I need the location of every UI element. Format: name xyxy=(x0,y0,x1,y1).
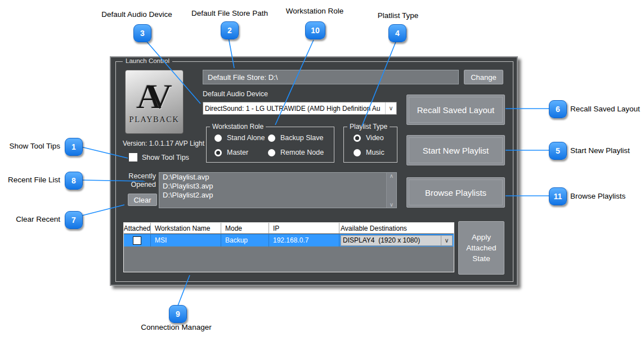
callout-label-clear-recent: Clear Recent xyxy=(0,215,60,223)
clear-button-label: Clear xyxy=(133,196,151,204)
callout-badge-11: 11 xyxy=(549,187,567,205)
radio-label: Video xyxy=(366,134,384,142)
col-header-workstation-name[interactable]: Workstation Name xyxy=(151,223,221,234)
default-file-store-field[interactable]: Default File Store: D:\ xyxy=(203,70,459,84)
vertical-scrollbar[interactable]: ∧ ∨ xyxy=(386,173,396,208)
radio-icon[interactable] xyxy=(354,149,361,156)
radio-icon[interactable] xyxy=(354,134,361,142)
show-tooltips-row: Show Tool Tips xyxy=(129,153,189,161)
callout-label-browse-playlists: Browse Playlists xyxy=(570,192,625,200)
logo-playback-text: PLAYBACK xyxy=(129,115,180,124)
workstation-role-group: Workstation Role Stand Alone Backup Slav… xyxy=(206,127,334,163)
browse-button-label: Browse Playlists xyxy=(425,188,486,198)
scroll-up-icon[interactable]: ∧ xyxy=(390,173,393,179)
radio-icon[interactable] xyxy=(214,134,222,142)
destination-value: DISPLAY4 (1920 x 1080) xyxy=(341,236,441,244)
radio-master[interactable]: Master xyxy=(214,149,248,156)
default-audio-device-label: Default Audio Device xyxy=(203,90,268,98)
callout-label-show-tool-tips: Show Tool Tips xyxy=(0,142,60,150)
av-playback-logo: AV PLAYBACK xyxy=(125,70,184,134)
radio-backup-slave[interactable]: Backup Slave xyxy=(268,134,323,142)
destination-combobox[interactable]: DISPLAY4 (1920 x 1080) ∨ xyxy=(341,235,453,246)
callout-label-platlist-type: Platlist Type xyxy=(378,11,419,20)
callout-label-default-file-store-path: Default File Store Path xyxy=(191,9,268,17)
connection-manager-table: Attached Workstation Name Mode IP Availa… xyxy=(123,222,454,272)
col-header-available-destinations[interactable]: Available Destinations xyxy=(339,223,454,234)
version-label: Version: 1.0.1.17 AVP Light xyxy=(123,140,204,147)
playlist-type-group: Playlist Type Video Music xyxy=(343,127,397,163)
logo-av-text: AV xyxy=(136,80,172,113)
start-button-label: Start New Playlist xyxy=(423,146,489,155)
radio-stand-alone[interactable]: Stand Alone xyxy=(214,134,265,142)
audio-device-value: DirectSound: 1 - LG ULTRAWIDE (AMD High … xyxy=(203,105,385,113)
radio-label: Master xyxy=(227,149,248,156)
ip-cell: 192.168.0.7 xyxy=(269,234,339,246)
callout-badge-6: 6 xyxy=(549,100,567,118)
radio-label: Backup Slave xyxy=(280,134,323,142)
default-file-store-value: Default File Store: D:\ xyxy=(208,73,278,82)
callout-label-default-audio-device: Default Audio Device xyxy=(101,10,172,19)
callout-label-recall-saved-layout: Recall Saved Layout xyxy=(570,105,640,113)
start-new-playlist-button[interactable]: Start New Playlist xyxy=(406,135,505,165)
change-button[interactable]: Change xyxy=(464,70,503,84)
browse-playlists-button[interactable]: Browse Playlists xyxy=(406,177,505,208)
recently-line1: Recently xyxy=(121,172,156,181)
radio-label: Stand Alone xyxy=(227,134,265,142)
workstation-name-cell: MSI xyxy=(151,234,221,246)
attached-cell xyxy=(124,234,151,246)
launch-control-window: Launch Control AV PLAYBACK Version: 1.0.… xyxy=(110,56,518,286)
recently-opened-label: Recently Opened xyxy=(121,172,156,189)
list-item[interactable]: D:\Playlist3.avp xyxy=(159,182,396,191)
chevron-down-icon[interactable]: ∨ xyxy=(441,236,452,245)
clear-recent-button[interactable]: Clear xyxy=(128,194,157,206)
list-item[interactable]: D:\Playlist.avp xyxy=(159,173,396,182)
col-header-mode[interactable]: Mode xyxy=(221,223,269,234)
radio-remote-node[interactable]: Remote Node xyxy=(268,149,324,156)
radio-icon[interactable] xyxy=(268,149,275,156)
callout-badge-7: 7 xyxy=(65,211,83,229)
destination-cell: DISPLAY4 (1920 x 1080) ∨ xyxy=(339,234,454,246)
callout-badge-3: 3 xyxy=(133,24,151,42)
recall-saved-layout-button[interactable]: Recall Saved Layout xyxy=(406,95,505,125)
callout-badge-8: 8 xyxy=(65,172,83,190)
callout-badge-1: 1 xyxy=(65,138,83,156)
workstation-role-title: Workstation Role xyxy=(210,123,266,131)
radio-icon[interactable] xyxy=(268,134,275,142)
radio-label: Music xyxy=(366,149,384,156)
radio-icon[interactable] xyxy=(214,149,222,156)
callout-label-workstation-role: Workstation Role xyxy=(286,7,344,15)
recall-button-label: Recall Saved Layout xyxy=(417,105,495,115)
recently-line2: Opened xyxy=(121,181,156,189)
radio-music[interactable]: Music xyxy=(354,149,384,156)
callout-label-connection-manager: Connection Manager xyxy=(141,323,211,331)
change-button-label: Change xyxy=(471,73,497,82)
radio-label: Remote Node xyxy=(280,149,324,156)
attached-checkbox[interactable] xyxy=(133,236,141,245)
apply-attached-state-button[interactable]: Apply Attached State xyxy=(458,221,504,275)
callout-badge-10: 10 xyxy=(305,21,325,39)
list-item[interactable]: D:\Playlist2.avp xyxy=(159,191,396,200)
callout-badge-5: 5 xyxy=(549,142,567,160)
table-header-row: Attached Workstation Name Mode IP Availa… xyxy=(124,223,454,234)
recent-files-listbox[interactable]: D:\Playlist.avp D:\Playlist3.avp D:\Play… xyxy=(159,172,397,208)
show-tooltips-checkbox[interactable] xyxy=(129,153,137,161)
audio-device-combobox[interactable]: DirectSound: 1 - LG ULTRAWIDE (AMD High … xyxy=(203,102,397,115)
col-header-attached[interactable]: Attached xyxy=(124,223,151,234)
callout-badge-2: 2 xyxy=(221,21,239,39)
chevron-down-icon[interactable]: ∨ xyxy=(385,102,396,114)
playlist-type-title: Playlist Type xyxy=(347,123,390,131)
callout-badge-4: 4 xyxy=(388,24,406,42)
radio-video[interactable]: Video xyxy=(354,134,384,142)
callout-label-recent-file-list: Recent File List xyxy=(0,176,60,184)
callout-label-start-new-playlist: Start New Playlist xyxy=(570,146,630,155)
scroll-down-icon[interactable]: ∨ xyxy=(390,201,393,208)
mode-cell: Backup xyxy=(221,234,269,246)
callout-badge-9: 9 xyxy=(169,305,187,323)
groupbox-title: Launch Control xyxy=(123,57,172,64)
annotated-screenshot: Launch Control AV PLAYBACK Version: 1.0.… xyxy=(0,0,644,341)
apply-button-label: Apply Attached State xyxy=(462,232,500,264)
col-header-ip[interactable]: IP xyxy=(269,223,339,234)
table-row[interactable]: MSI Backup 192.168.0.7 DISPLAY4 (1920 x … xyxy=(124,234,454,246)
show-tooltips-label: Show Tool Tips xyxy=(142,154,189,161)
